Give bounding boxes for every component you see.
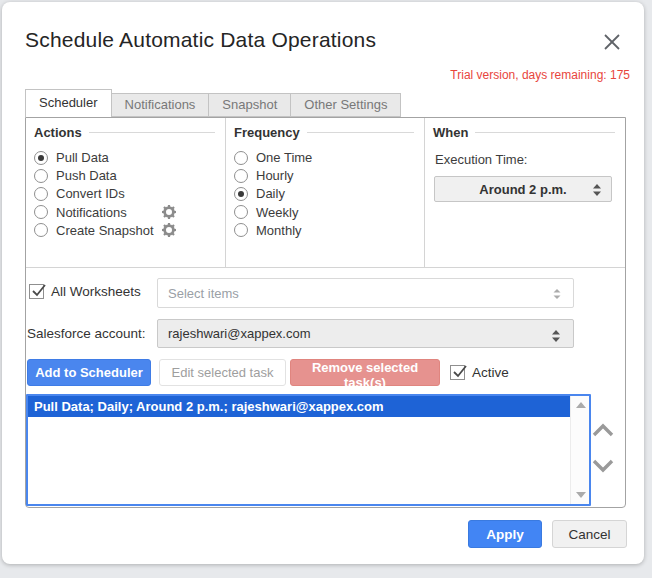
frequency-options: One Time Hourly Daily Weekly: [234, 150, 416, 238]
add-to-scheduler-button[interactable]: Add to Scheduler: [27, 359, 151, 386]
radio-row-monthly: Monthly: [234, 222, 416, 238]
when-fieldset: When Execution Time: Around 2 p.m.: [425, 118, 625, 267]
gear-icon: [161, 204, 177, 220]
radio-row-one-time: One Time: [234, 150, 416, 166]
radio-monthly[interactable]: [234, 223, 248, 237]
edit-selected-task-button[interactable]: Edit selected task: [159, 359, 286, 386]
radio-label: Convert IDs: [56, 186, 125, 201]
radio-row-hourly: Hourly: [234, 168, 416, 184]
scheduled-task-list[interactable]: Pull Data; Daily; Around 2 p.m.; rajeshw…: [26, 394, 591, 506]
trial-notice: Trial version, days remaining: 175: [450, 68, 630, 82]
actions-legend: Actions: [34, 125, 217, 140]
radio-label: One Time: [256, 150, 312, 165]
legend-rule: [89, 132, 215, 133]
execution-time-label: Execution Time:: [433, 152, 617, 167]
checkmark-icon: [31, 283, 47, 299]
tab-notifications[interactable]: Notifications: [112, 93, 210, 117]
active-checkbox[interactable]: [450, 365, 465, 380]
radio-label: Create Snapshot: [56, 223, 154, 238]
salesforce-account-value: rajeshwari@xappex.com: [168, 326, 311, 341]
legend-rule: [307, 132, 414, 133]
legend-rule: [475, 132, 615, 133]
move-task-down-button[interactable]: [591, 458, 615, 474]
radio-label: Monthly: [256, 223, 302, 238]
select-arrows-icon: [551, 287, 563, 305]
close-button[interactable]: [600, 30, 624, 54]
gear-icon: [161, 222, 177, 238]
task-list-item[interactable]: Pull Data; Daily; Around 2 p.m.; rajeshw…: [28, 396, 570, 417]
radio-label: Pull Data: [56, 150, 109, 165]
active-label: Active: [472, 365, 509, 380]
radio-notifications[interactable]: [34, 205, 48, 219]
when-legend: When: [433, 125, 617, 140]
radio-label: Weekly: [256, 205, 298, 220]
frequency-legend-label: Frequency: [234, 125, 300, 140]
radio-daily[interactable]: [234, 187, 248, 201]
task-list-scrollbar[interactable]: [570, 396, 589, 504]
apply-button[interactable]: Apply: [468, 520, 542, 548]
worksheets-select-placeholder: Select items: [168, 286, 239, 301]
radio-row-pull-data: Pull Data: [34, 150, 217, 166]
radio-label: Notifications: [56, 205, 127, 220]
when-legend-label: When: [433, 125, 468, 140]
scheduler-tab-panel: Actions Pull Data Push Data Convert IDs: [25, 117, 626, 508]
radio-weekly[interactable]: [234, 205, 248, 219]
frequency-fieldset: Frequency One Time Hourly Daily: [226, 118, 425, 267]
active-row: Active: [450, 365, 509, 380]
notifications-settings-button[interactable]: [161, 204, 177, 220]
radio-pull-data[interactable]: [34, 151, 48, 165]
radio-label: Push Data: [56, 168, 117, 183]
radio-label: Hourly: [256, 168, 294, 183]
radio-label: Daily: [256, 186, 285, 201]
worksheets-select[interactable]: Select items: [157, 278, 574, 308]
scroll-down-icon[interactable]: [576, 492, 586, 498]
radio-row-create-snapshot: Create Snapshot: [34, 222, 217, 238]
tab-snapshot[interactable]: Snapshot: [209, 93, 291, 117]
radio-row-weekly: Weekly: [234, 204, 416, 220]
options-fieldsets: Actions Pull Data Push Data Convert IDs: [26, 118, 625, 268]
radio-row-convert-ids: Convert IDs: [34, 186, 217, 202]
radio-push-data[interactable]: [34, 169, 48, 183]
radio-convert-ids[interactable]: [34, 187, 48, 201]
actions-fieldset: Actions Pull Data Push Data Convert IDs: [26, 118, 226, 267]
remove-selected-task-button[interactable]: Remove selected task(s): [290, 359, 440, 386]
tab-other-settings[interactable]: Other Settings: [291, 93, 401, 117]
chevron-down-icon: [591, 458, 615, 474]
snapshot-settings-button[interactable]: [161, 222, 177, 238]
all-worksheets-checkbox[interactable]: [29, 284, 44, 299]
all-worksheets-label: All Worksheets: [51, 284, 141, 299]
actions-legend-label: Actions: [34, 125, 82, 140]
salesforce-account-label: Salesforce account:: [27, 326, 146, 341]
radio-hourly[interactable]: [234, 169, 248, 183]
radio-row-daily: Daily: [234, 186, 416, 202]
all-worksheets-row: All Worksheets: [29, 284, 141, 299]
frequency-legend: Frequency: [234, 125, 416, 140]
cancel-button[interactable]: Cancel: [552, 520, 627, 548]
radio-create-snapshot[interactable]: [34, 223, 48, 237]
salesforce-account-select[interactable]: rajeshwari@xappex.com: [157, 319, 574, 348]
execution-time-value: Around 2 p.m.: [479, 182, 566, 197]
radio-one-time[interactable]: [234, 151, 248, 165]
tab-bar: Scheduler Notifications Snapshot Other S…: [25, 90, 401, 117]
tab-scheduler[interactable]: Scheduler: [25, 89, 112, 117]
schedule-dialog: Schedule Automatic Data Operations Trial…: [2, 2, 644, 564]
select-arrows-icon: [549, 328, 563, 348]
radio-row-push-data: Push Data: [34, 168, 217, 184]
execution-time-select[interactable]: Around 2 p.m.: [434, 176, 612, 202]
move-task-up-button[interactable]: [591, 422, 615, 438]
scroll-up-icon[interactable]: [576, 402, 586, 408]
actions-options: Pull Data Push Data Convert IDs Notifica…: [34, 150, 217, 238]
checkmark-icon: [452, 364, 468, 380]
close-icon: [600, 30, 624, 54]
dialog-title: Schedule Automatic Data Operations: [25, 28, 376, 52]
chevron-up-icon: [591, 422, 615, 438]
radio-row-notifications: Notifications: [34, 204, 217, 220]
select-arrows-icon: [590, 182, 604, 201]
